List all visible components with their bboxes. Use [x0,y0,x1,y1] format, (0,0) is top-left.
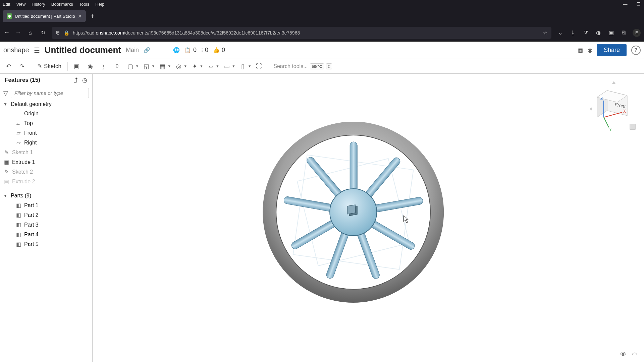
onshape-logo[interactable]: onshape [3,46,29,54]
tree-item-right[interactable]: ▱Right [0,138,92,147]
chevron-down-icon[interactable]: ▼ [216,64,219,68]
sketch-button[interactable]: ✎ Sketch [35,61,64,72]
chevron-down-icon[interactable]: ▼ [200,64,203,68]
document-title[interactable]: Untitled document [45,45,121,55]
link-icon[interactable]: 🔗 [144,47,150,53]
menu-view[interactable]: View [16,2,25,7]
window-restore-button[interactable]: ❐ [636,2,641,7]
parts-header-row[interactable]: ▼ Parts (9) [0,191,92,200]
svg-rect-16 [347,205,355,214]
home-button[interactable]: ⌂ [26,29,34,37]
menu-edit[interactable]: Edit [3,2,10,7]
tree-item-part4[interactable]: ◧Part 4 [0,230,92,239]
lock-icon: 🔒 [64,30,69,36]
redo-button[interactable]: ↷ [16,61,28,72]
help-button[interactable]: ? [631,46,641,55]
rollback-icon[interactable]: ◷ [82,76,88,84]
svg-marker-28 [590,107,592,111]
fit-view-icon[interactable] [630,124,635,129]
part-icon: ◧ [15,241,21,247]
tree-item-sketch2[interactable]: ✎Sketch 2 [0,167,92,177]
globe-icon[interactable]: 🌐 [173,47,180,53]
copies-counter[interactable]: 📋0 [184,47,197,54]
shield-icon: ⛨ [56,30,60,36]
tab-close-button[interactable]: ✕ [78,13,82,19]
tree-item-front[interactable]: ▱Front [0,128,92,138]
pencil-icon: ✎ [3,169,9,175]
plane-icon: ▱ [15,130,21,136]
kbd-hint-1: alt/⌥ [310,63,324,69]
menu-history[interactable]: History [32,2,45,7]
features-filter-input[interactable] [11,88,89,98]
pocket-icon[interactable]: ⌄ [556,29,564,37]
transform-icon[interactable]: ✦ [189,61,201,72]
fillet-icon[interactable]: ◱ [141,61,152,72]
canvas-3d-viewport[interactable]: Front Z X Y 👁 ◠ [93,74,644,362]
chevron-down-icon: ▼ [3,102,8,107]
menu-hamburger-icon[interactable]: ☰ [34,46,40,54]
chevron-down-icon[interactable]: ▼ [136,64,139,68]
share-button[interactable]: Share [597,44,627,56]
url-field[interactable]: ⛨ 🔒 https://cad.onshape.com/documents/f9… [52,27,551,39]
loft-icon[interactable]: ◊ [111,61,123,72]
pattern-icon[interactable]: ▦ [157,61,168,72]
tree-item-part5[interactable]: ◧Part 5 [0,239,92,249]
sheetmetal-icon[interactable]: ▭ [221,61,232,72]
reload-button[interactable]: ↻ [39,29,47,37]
search-tools-field[interactable]: Search tools... alt/⌥ c [271,62,334,71]
downloads-icon[interactable]: ⭳ [569,29,577,37]
tree-item-top[interactable]: ▱Top [0,118,92,128]
chevron-down-icon[interactable]: ▼ [248,64,251,68]
plane-icon: ▱ [15,120,21,126]
window-minimize-button[interactable]: — [623,2,628,7]
selection-icon[interactable]: ⛶ [253,61,265,72]
svg-text:X: X [623,109,626,114]
boolean-icon[interactable]: ◎ [173,61,184,72]
new-tab-button[interactable]: + [91,12,95,20]
browser-tab-active[interactable]: ⬢ Untitled document | Part Studio ✕ [3,10,86,22]
profile-avatar[interactable]: E [633,29,641,37]
likes-counter[interactable]: 👍0 [213,47,225,54]
extrude-icon[interactable]: ▣ [71,61,83,72]
nav-forward-button[interactable]: → [15,29,21,36]
menu-bookmarks[interactable]: Bookmarks [51,2,73,7]
extension-3-icon[interactable]: ⎘ [620,29,628,37]
extension-2-icon[interactable]: ▣ [607,29,615,37]
filter-icon[interactable]: ▽ [3,89,8,97]
nav-back-button[interactable]: ← [3,29,10,36]
tree-item-part2[interactable]: ◧Part 2 [0,210,92,220]
extensions-icon[interactable]: ⧩ [582,29,590,37]
frame-icon[interactable]: ▯ [237,61,249,72]
undo-button[interactable]: ↶ [3,61,14,72]
chevron-down-icon[interactable]: ▼ [152,64,155,68]
url-text: https://cad.onshape.com/documents/f93d75… [73,30,300,36]
tree-item-sketch1[interactable]: ✎Sketch 1 [0,147,92,157]
sweep-icon[interactable]: ⟆ [98,61,109,72]
branch-label[interactable]: Main [126,47,139,54]
svg-line-23 [604,112,622,117]
tree-group-default-geometry[interactable]: ▼ Default geometry [0,100,92,109]
plane-icon[interactable]: ▱ [205,61,217,72]
thicken-icon[interactable]: ▢ [125,61,136,72]
extension-1-icon[interactable]: ◑ [594,29,602,37]
tree-item-part1[interactable]: ◧Part 1 [0,200,92,210]
tree-item-extrude1[interactable]: ▣Extrude 1 [0,157,92,167]
menu-tools[interactable]: Tools [79,2,89,7]
tree-item-part3[interactable]: ◧Part 3 [0,220,92,230]
learning-icon[interactable]: ◉ [588,47,592,53]
units-icon[interactable]: ◠ [632,351,637,359]
versions-counter[interactable]: ⁝0 [201,47,208,54]
view-cube[interactable]: Front Z X Y [590,80,637,134]
add-feature-icon[interactable]: ⮥ [73,77,79,84]
chevron-down-icon[interactable]: ▼ [168,64,171,68]
apps-grid-icon[interactable]: ▦ [578,47,583,53]
hide-show-icon[interactable]: 👁 [620,351,627,359]
tree-item-extrude2[interactable]: ▣Extrude 2 [0,177,92,186]
bookmark-star-icon[interactable]: ☆ [543,30,547,36]
chevron-down-icon[interactable]: ▼ [232,64,235,68]
app-header: onshape ☰ Untitled document Main 🔗 🌐 📋0 … [0,42,644,59]
chevron-down-icon[interactable]: ▼ [184,64,187,68]
menu-help[interactable]: Help [95,2,104,7]
revolve-icon[interactable]: ◉ [85,61,96,72]
tree-item-origin[interactable]: ◦Origin [0,109,92,118]
